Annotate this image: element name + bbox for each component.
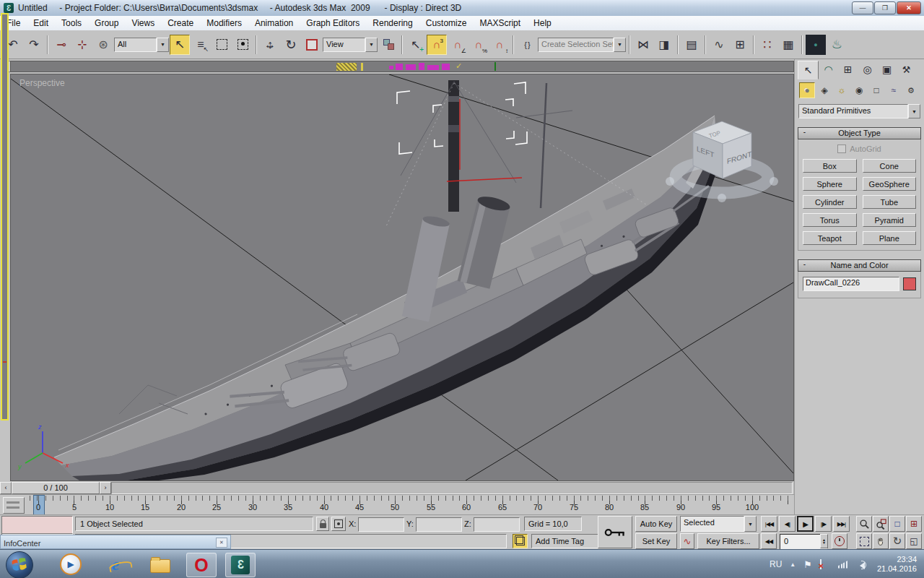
frame-spinner[interactable]: ▲▼ — [820, 534, 828, 548]
maxscript-mini-listener[interactable] — [1, 516, 73, 534]
auto-key-button[interactable]: Auto Key — [635, 516, 677, 532]
rectangular-selection-region-icon[interactable] — [212, 35, 232, 55]
unlink-selection-icon[interactable] — [72, 35, 92, 55]
network-status-icon[interactable]: ✕ — [820, 560, 830, 569]
arc-rotate-icon[interactable] — [889, 533, 905, 549]
select-by-name-icon[interactable] — [191, 35, 211, 55]
schematic-view-icon[interactable] — [730, 35, 750, 55]
tube-button[interactable]: Tube — [863, 195, 917, 209]
key-filters-button[interactable]: Key Filters... — [697, 533, 759, 549]
select-and-move-icon[interactable] — [260, 35, 280, 55]
select-and-rotate-icon[interactable] — [281, 35, 301, 55]
next-frame-icon[interactable]: ||▶ — [815, 516, 832, 532]
track-bar[interactable]: 0 5 10 15 20 25 30 35 40 45 50 55 60 65 … — [0, 494, 794, 515]
time-configuration-icon[interactable] — [832, 533, 847, 549]
menu-maxscript[interactable]: MAXScript — [473, 17, 527, 30]
go-to-end-icon[interactable]: ▶▶| — [833, 516, 850, 532]
tab-display-icon[interactable] — [877, 61, 897, 78]
taskbar-wmp-icon[interactable]: ▶ — [56, 553, 85, 576]
material-editor-icon[interactable] — [757, 35, 777, 55]
default-in-out-tangents-icon[interactable]: ∿ — [680, 533, 694, 549]
taskbar-3dsmax-icon[interactable]: 3 — [225, 553, 256, 577]
go-to-start-icon[interactable]: |◀◀ — [761, 516, 777, 532]
top-viewport-sliver[interactable]: ✓ — [10, 61, 794, 72]
signal-strength-icon[interactable] — [838, 561, 848, 569]
pyramid-button[interactable]: Pyramid — [863, 213, 917, 227]
taskbar-clock[interactable]: 23:34 21.04.2016 — [877, 555, 917, 574]
infocenter-close-icon[interactable]: ✕ — [216, 538, 227, 548]
tab-modify-icon[interactable] — [819, 61, 838, 78]
menu-rendering[interactable]: Rendering — [366, 17, 419, 30]
select-and-link-icon[interactable] — [51, 35, 71, 55]
category-helpers-icon[interactable] — [868, 82, 884, 98]
snap-toggle-3d-icon[interactable]: 3 — [427, 35, 447, 55]
z-coordinate-field[interactable] — [474, 517, 520, 532]
maximize-viewport-toggle-icon[interactable] — [906, 533, 922, 549]
category-geometry-icon[interactable] — [799, 82, 815, 98]
mirror-icon[interactable] — [633, 35, 653, 55]
set-key-button[interactable]: Set Key — [635, 533, 677, 549]
tab-hierarchy-icon[interactable] — [838, 61, 858, 78]
menu-customize[interactable]: Customize — [419, 17, 474, 30]
absolute-offset-toggle-icon[interactable] — [331, 517, 346, 531]
angle-snap-icon[interactable]: ∠ — [448, 35, 468, 55]
teapot-button[interactable]: Teapot — [803, 231, 857, 245]
time-slider-track[interactable] — [111, 482, 793, 494]
use-pivot-center-icon[interactable] — [378, 35, 398, 55]
menu-graph-editors[interactable]: Graph Editors — [300, 17, 366, 30]
previous-frame-icon[interactable]: ◀|| — [779, 516, 796, 532]
menu-animation[interactable]: Animation — [248, 17, 300, 30]
mini-curve-editor-icon[interactable] — [3, 497, 25, 514]
viewport-label[interactable]: Perspective — [19, 78, 65, 88]
left-viewport-sliver-active[interactable] — [1, 13, 9, 420]
menu-group[interactable]: Group — [88, 17, 125, 30]
show-hidden-icons-chevron[interactable]: ▲ — [790, 561, 796, 568]
dropdown-arrow-icon[interactable]: ▼ — [744, 516, 757, 532]
set-keys-button[interactable] — [598, 516, 632, 548]
taskbar-opera-icon[interactable]: O — [186, 553, 217, 577]
volume-icon[interactable] — [856, 560, 866, 569]
primitive-category-dropdown[interactable]: Standard Primitives ▼ — [798, 104, 920, 118]
rendered-frame-window-icon[interactable] — [806, 35, 826, 55]
object-name-field[interactable]: DrawCall_0226 — [803, 277, 899, 291]
taskbar-ie-icon[interactable]: e — [101, 553, 130, 576]
curve-editor-icon[interactable] — [709, 35, 729, 55]
tab-create-icon[interactable] — [798, 61, 819, 79]
cone-button[interactable]: Cone — [863, 159, 917, 173]
pan-hand-icon[interactable] — [873, 533, 889, 549]
category-shapes-icon[interactable] — [816, 82, 832, 98]
menu-edit[interactable]: Edit — [27, 17, 55, 30]
close-button[interactable]: ✕ — [897, 1, 921, 14]
zoom-icon[interactable] — [856, 516, 872, 532]
named-selection-sets-icon[interactable] — [517, 35, 537, 55]
zoom-extents-all-icon[interactable] — [906, 516, 922, 532]
window-crossing-icon[interactable] — [232, 35, 253, 55]
name-color-rollout-header[interactable]: - Name and Color — [798, 259, 921, 272]
y-coordinate-field[interactable] — [416, 517, 462, 532]
menu-help[interactable]: Help — [527, 17, 558, 30]
menu-tools[interactable]: Tools — [55, 17, 88, 30]
category-cameras-icon[interactable] — [851, 82, 867, 98]
bind-to-space-warp-icon[interactable] — [93, 35, 113, 55]
zoom-all-icon[interactable] — [873, 516, 889, 532]
adaptive-degradation-icon[interactable] — [513, 534, 528, 548]
create-selection-set-combo[interactable]: Create Selection Set ▼ — [538, 38, 626, 52]
select-and-manipulate-icon[interactable] — [406, 35, 426, 55]
dropdown-arrow-icon[interactable]: ▼ — [614, 38, 626, 52]
x-coordinate-field[interactable] — [358, 517, 404, 532]
dropdown-arrow-icon[interactable]: ▼ — [157, 38, 169, 52]
viewcube[interactable]: LEFT FRONT TOP — [666, 121, 778, 202]
category-lights-icon[interactable] — [834, 82, 850, 98]
object-color-swatch[interactable] — [903, 277, 916, 290]
render-setup-icon[interactable] — [778, 35, 798, 55]
tab-utilities-icon[interactable] — [897, 61, 916, 78]
object-type-rollout-header[interactable]: - Object Type — [798, 127, 921, 139]
zoom-extents-icon[interactable] — [889, 516, 905, 532]
infocenter-window[interactable]: InfoCenter ✕ — [0, 535, 231, 549]
selection-filter-dropdown[interactable]: All ▼ — [114, 38, 169, 52]
previous-frame-arrow[interactable]: ‹ — [0, 482, 12, 494]
torus-button[interactable]: Torus — [803, 213, 857, 227]
menu-views[interactable]: Views — [125, 17, 161, 30]
minimize-button[interactable]: — — [852, 1, 873, 14]
next-frame-arrow[interactable]: › — [100, 482, 111, 494]
